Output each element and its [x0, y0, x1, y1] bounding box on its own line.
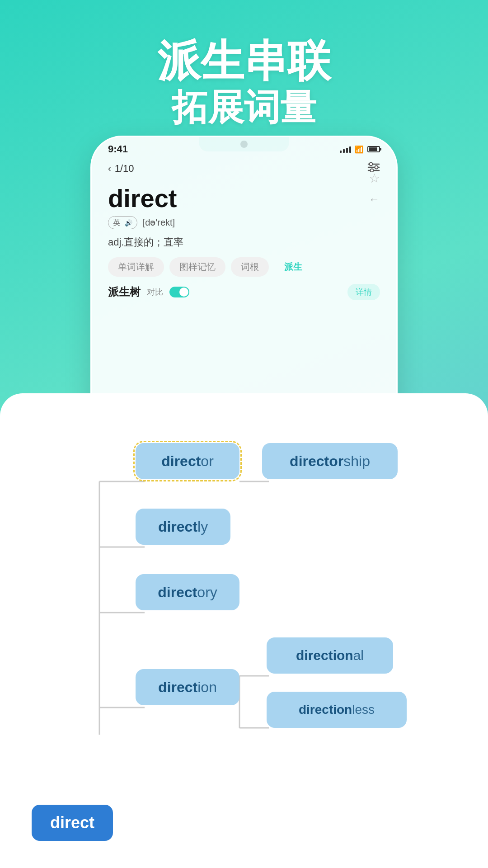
word-actions: ☆ ←	[369, 171, 380, 206]
back-nav[interactable]: ‹ 1/10	[108, 163, 134, 175]
node-directional[interactable]: directional	[267, 637, 393, 674]
node-directional-label: directional	[296, 648, 364, 663]
status-icons: 📶	[340, 145, 380, 154]
node-direction-label: direction	[158, 679, 217, 696]
word-phonetic: 英 🔊 [də'rekt]	[108, 216, 380, 229]
sound-icon[interactable]: 🔊	[125, 219, 132, 226]
node-directorship-label: directorship	[290, 453, 370, 470]
tab-root[interactable]: 词根	[231, 257, 269, 277]
star-icon[interactable]: ☆	[369, 171, 380, 186]
chevron-left-icon: ‹	[108, 163, 111, 174]
lang-text: 英	[113, 218, 121, 227]
phonetic-text: [də'rekt]	[143, 217, 175, 228]
battery-icon	[367, 146, 380, 152]
word-section: direct 英 🔊 [də'rekt] adj.直接的；直率	[92, 180, 396, 249]
node-directly-label: directly	[158, 519, 208, 535]
word-definition: adj.直接的；直率	[108, 236, 380, 249]
tree-diagram: direct director directorship directly di…	[18, 420, 470, 868]
language-badge[interactable]: 英 🔊	[108, 216, 137, 229]
nav-page-count: 1/10	[115, 163, 134, 175]
svg-point-4	[375, 166, 378, 169]
compare-label: 对比	[147, 287, 163, 297]
phone-frame: 9:41 📶 ‹ 1/10	[90, 136, 398, 425]
node-directly[interactable]: directly	[136, 509, 230, 545]
tree-header: 派生树 对比 详情	[92, 277, 396, 305]
node-directionless-label: directionless	[299, 703, 375, 717]
tab-word-detail[interactable]: 单词详解	[108, 257, 164, 277]
header-title-line2: 拓展词量	[0, 86, 488, 129]
tree-title: 派生树	[108, 285, 141, 299]
node-direct-label: direct	[50, 813, 94, 832]
node-directory[interactable]: directory	[136, 574, 239, 610]
node-direct[interactable]: direct	[32, 805, 113, 841]
toggle-knob	[179, 288, 188, 297]
node-directory-label: directory	[158, 584, 217, 601]
tab-derivative[interactable]: 派生	[274, 257, 312, 277]
node-direction[interactable]: direction	[136, 669, 239, 705]
node-directionless[interactable]: directionless	[267, 692, 407, 728]
node-director[interactable]: director	[136, 443, 239, 479]
wifi-icon: 📶	[355, 145, 364, 154]
header-section: 派生串联 拓展词量	[0, 0, 488, 147]
phone-camera	[240, 141, 248, 148]
header-title-line1: 派生串联	[0, 36, 488, 86]
signal-icon	[340, 146, 351, 153]
tabs-bar: 单词详解 图样记忆 词根 派生	[92, 249, 396, 277]
back-arrow-icon[interactable]: ←	[369, 193, 380, 206]
tab-image-memory[interactable]: 图样记忆	[169, 257, 225, 277]
node-directorship[interactable]: directorship	[262, 443, 398, 479]
phone-notch	[199, 137, 289, 151]
status-time: 9:41	[108, 143, 128, 155]
node-director-label: director	[161, 453, 214, 470]
word-tree-card: direct director directorship directly di…	[0, 393, 488, 868]
compare-toggle[interactable]	[169, 287, 189, 297]
detail-button[interactable]: 详情	[347, 284, 380, 300]
word-text: direct	[108, 184, 380, 212]
svg-point-3	[370, 163, 373, 166]
nav-bar: ‹ 1/10	[92, 158, 396, 180]
